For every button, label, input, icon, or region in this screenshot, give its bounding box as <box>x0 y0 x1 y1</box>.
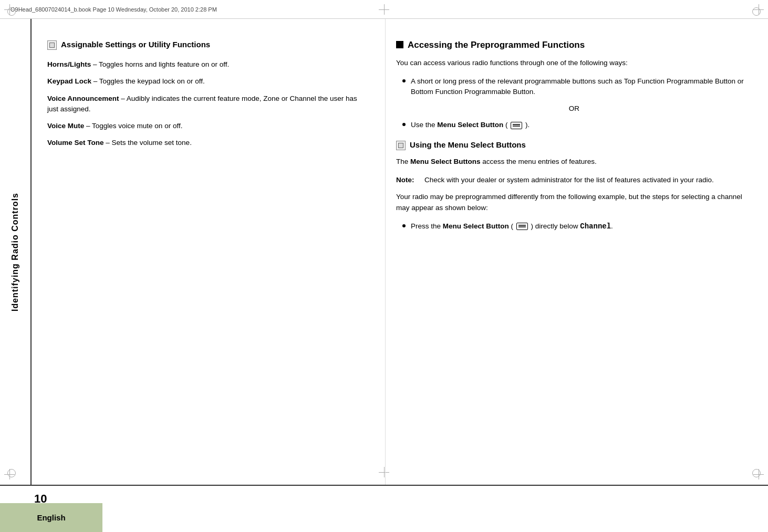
crosshair-top-center <box>379 4 389 15</box>
def-voice-mute: Toggles voice mute on or off. <box>92 122 182 130</box>
intro-text: You can access various radio functions t… <box>396 58 752 69</box>
section-icon-inner-2 <box>398 143 403 148</box>
bullet-item-1: A short or long press of the relevant pr… <box>402 76 752 98</box>
def-horns-lights: Toggles horns and lights feature on or o… <box>99 60 229 68</box>
item-voice-announcement: Voice Announcement – Audibly indicates t… <box>47 93 369 115</box>
bullet-text-2: Use the Menu Select Button ( ). <box>411 120 530 130</box>
circle-mark-tr <box>752 7 761 16</box>
term-voice-mute: Voice Mute <box>47 122 84 130</box>
dash-1: – <box>93 60 99 68</box>
main-content: Assignable Settings or Utility Functions… <box>32 19 768 485</box>
dash-4: – <box>86 122 92 130</box>
dash-5: – <box>106 139 111 147</box>
channel-text: Channel <box>580 222 611 231</box>
item-horns-lights: Horns/Lights – Toggles horns and lights … <box>47 59 369 70</box>
or-divider: OR <box>396 105 752 112</box>
dash-3: – <box>121 95 127 102</box>
english-badge: English <box>0 503 102 532</box>
section-icon-inner <box>49 43 55 48</box>
term-voice-announcement: Voice Announcement <box>47 95 119 102</box>
term-keypad-lock: Keypad Lock <box>47 77 91 85</box>
sidebar: Identifying Radio Controls <box>0 19 32 485</box>
item-keypad-lock: Keypad Lock – Toggles the keypad lock on… <box>47 76 369 87</box>
left-column: Assignable Settings or Utility Functions… <box>32 19 385 485</box>
bullet3-bold: Menu Select Button <box>443 222 509 230</box>
bullet-dot-2 <box>402 123 406 126</box>
subsection-heading: Using the Menu Select Buttons <box>396 140 752 150</box>
header-text: O9Head_68007024014_b.book Page 10 Wednes… <box>11 6 217 13</box>
term-horns-lights: Horns/Lights <box>47 60 91 68</box>
term-volume-set-tone: Volume Set Tone <box>47 139 104 147</box>
subsection-title: Using the Menu Select Buttons <box>410 140 526 149</box>
subsection-intro: The Menu Select Buttons access the menu … <box>396 157 752 168</box>
item-voice-mute: Voice Mute – Toggles voice mute on or of… <box>47 121 369 131</box>
right-section-heading: Accessing the Preprogrammed Functions <box>396 40 752 50</box>
bullet2-bold: Menu Select Button <box>437 121 503 129</box>
menu-select-button-icon-1 <box>511 122 522 129</box>
black-square-icon <box>396 41 403 48</box>
bullet-dot-1 <box>402 79 406 82</box>
bullet3-prefix: Press the <box>411 222 443 230</box>
circle-mark-tl <box>7 7 16 16</box>
right-section-title: Accessing the Preprogrammed Functions <box>408 40 585 50</box>
item-volume-set-tone: Volume Set Tone – Sets the volume set to… <box>47 138 369 148</box>
dash-2: – <box>94 77 99 85</box>
subsection-intro-prefix: The <box>396 158 410 165</box>
section-icon-right <box>396 141 406 150</box>
body-paragraph: Your radio may be preprogrammed differen… <box>396 192 752 214</box>
right-column: Accessing the Preprogrammed Functions Yo… <box>385 19 768 485</box>
bottom-bar: 10 English <box>0 485 768 532</box>
bullet-text-1: A short or long press of the relevant pr… <box>411 76 752 98</box>
bullet-item-3: Press the Menu Select Button ( ) directl… <box>402 221 752 232</box>
note-text: Check with your dealer or system adminis… <box>424 175 752 185</box>
subsection-intro-bold: Menu Select Buttons <box>410 158 481 165</box>
bullet-list-2: Use the Menu Select Button ( ). <box>402 120 752 130</box>
menu-select-button-icon-2 <box>516 223 528 230</box>
bullet-text-3: Press the Menu Select Button ( ) directl… <box>411 221 613 232</box>
bullet-dot-3 <box>402 224 406 227</box>
def-keypad-lock: Toggles the keypad lock on or off. <box>99 77 205 85</box>
bullet-list-1: A short or long press of the relevant pr… <box>402 76 752 98</box>
subsection-intro-suffix: access the menu entries of features. <box>480 158 596 165</box>
left-section-heading: Assignable Settings or Utility Functions <box>47 40 369 50</box>
left-section-title: Assignable Settings or Utility Functions <box>61 40 210 49</box>
bullet-list-3: Press the Menu Select Button ( ) directl… <box>402 221 752 232</box>
section-icon-left <box>47 40 57 50</box>
def-volume-set-tone: Sets the volume set tone. <box>112 139 192 147</box>
bullet-item-2: Use the Menu Select Button ( ). <box>402 120 752 130</box>
bullet2-prefix: Use the <box>411 121 437 129</box>
note-label: Note: <box>396 175 418 185</box>
english-badge-text: English <box>37 513 65 522</box>
note-block: Note: Check with your dealer or system a… <box>396 175 752 185</box>
sidebar-label: Identifying Radio Controls <box>11 193 20 311</box>
